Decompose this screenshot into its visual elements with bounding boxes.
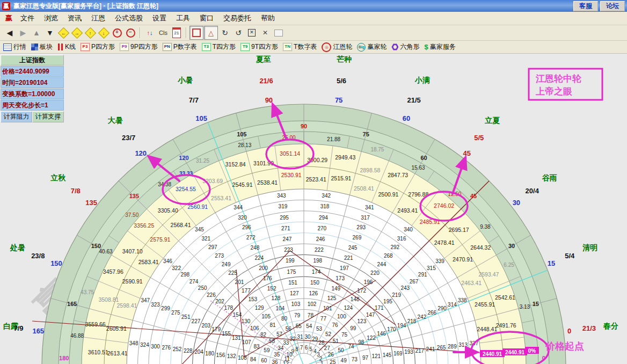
- page-up-icon[interactable]: ▲: [30, 26, 43, 39]
- svg-text:2440.91: 2440.91: [505, 350, 525, 355]
- titlebar-button-service[interactable]: 客服: [573, 1, 598, 11]
- menu-设置[interactable]: 设置: [148, 12, 171, 24]
- svg-text:268: 268: [384, 253, 393, 259]
- tool-行情[interactable]: 行情: [3, 42, 26, 52]
- svg-text:294: 294: [319, 215, 328, 221]
- menu-帮助[interactable]: 帮助: [256, 12, 280, 24]
- svg-text:7/7: 7/7: [189, 96, 199, 104]
- svg-text:246: 246: [316, 236, 325, 242]
- rotate-cw-icon[interactable]: ↻: [218, 26, 231, 39]
- svg-text:290: 290: [438, 305, 447, 311]
- svg-text:121: 121: [371, 353, 381, 359]
- svg-text:32: 32: [290, 336, 296, 342]
- svg-text:49: 49: [341, 358, 347, 363]
- svg-text:2598.41: 2598.41: [116, 302, 137, 309]
- panel-field-0: 价格=2440.9099: [1, 66, 64, 77]
- shift-down-icon[interactable]: ↓: [97, 26, 110, 39]
- shift-right-icon[interactable]: →: [70, 26, 83, 39]
- svg-text:100: 100: [337, 314, 346, 319]
- menu-公式选股[interactable]: 公式选股: [110, 12, 148, 24]
- svg-text:101: 101: [323, 305, 332, 311]
- tool-9T四方形[interactable]: T99T四方形: [240, 42, 278, 52]
- collapse-icon[interactable]: ✕: [259, 26, 272, 39]
- svg-text:2613.41: 2613.41: [107, 350, 128, 356]
- menu-浏览[interactable]: 浏览: [39, 12, 63, 24]
- page-down-icon[interactable]: ▼: [43, 26, 56, 39]
- menu-交易委托[interactable]: 交易委托: [218, 12, 256, 24]
- zoom-out-icon[interactable]: −: [124, 26, 137, 39]
- svg-text:3152.84: 3152.84: [225, 161, 246, 168]
- calc-support-button[interactable]: 计算支撑: [32, 111, 64, 122]
- svg-text:6: 6: [305, 345, 308, 351]
- menu-江恩[interactable]: 江恩: [86, 12, 110, 24]
- tool-T数字表[interactable]: TNT数字表: [283, 42, 317, 52]
- svg-text:313: 313: [458, 342, 468, 348]
- svg-text:98: 98: [358, 339, 364, 345]
- svg-text:90: 90: [265, 96, 273, 104]
- shift-up-icon[interactable]: ↑: [84, 26, 97, 39]
- menu-文件[interactable]: 文件: [16, 12, 39, 24]
- forward-icon[interactable]: ▶: [17, 26, 30, 39]
- tool-P四方形[interactable]: P3P四方形: [81, 42, 115, 52]
- svg-text:200: 200: [259, 265, 268, 271]
- svg-text:27: 27: [324, 345, 331, 351]
- svg-text:169: 169: [393, 351, 403, 356]
- svg-text:135: 135: [85, 199, 97, 207]
- svg-text:295: 295: [280, 215, 289, 221]
- shift-left-icon[interactable]: ←: [57, 26, 70, 39]
- svg-text:316: 316: [397, 236, 406, 242]
- svg-text:194: 194: [397, 323, 406, 329]
- rotate-ccw-icon[interactable]: ↺: [232, 26, 245, 39]
- zoom-in-icon[interactable]: +: [111, 26, 123, 39]
- tool-P数字表[interactable]: PNP数字表: [163, 42, 197, 52]
- sort-updown-icon[interactable]: ↑↓: [143, 26, 156, 39]
- svg-text:大暑: 大暑: [108, 116, 123, 125]
- draw-square-icon[interactable]: [189, 26, 203, 40]
- whiteboard-icon[interactable]: [272, 26, 285, 39]
- tool-T四方形[interactable]: T3T四方形: [202, 42, 236, 52]
- svg-text:156: 156: [216, 352, 225, 358]
- menu-工具[interactable]: 工具: [171, 12, 195, 24]
- svg-text:147: 147: [366, 312, 375, 318]
- svg-text:3508.81: 3508.81: [98, 296, 119, 303]
- svg-text:122: 122: [367, 335, 376, 341]
- svg-text:20/4: 20/4: [526, 187, 539, 195]
- tool-六角形[interactable]: 六角形: [391, 42, 419, 52]
- expand-icon[interactable]: ✕: [245, 26, 258, 39]
- svg-text:79: 79: [294, 312, 301, 318]
- svg-text:249: 249: [222, 261, 231, 267]
- svg-text:135: 135: [129, 193, 139, 199]
- svg-text:149: 149: [332, 286, 341, 292]
- svg-text:29: 29: [312, 336, 318, 342]
- draw-triangle-icon[interactable]: △: [204, 26, 218, 40]
- calendar-icon[interactable]: 21: [170, 26, 183, 39]
- tool-板块[interactable]: 板块: [31, 42, 53, 52]
- svg-text:344: 344: [234, 205, 243, 210]
- svg-text:267: 267: [410, 279, 419, 285]
- tool-江恩轮[interactable]: ◎江恩轮: [322, 42, 352, 52]
- svg-text:150: 150: [91, 243, 101, 249]
- back-icon[interactable]: ◀: [3, 26, 16, 39]
- tool-9P四方形[interactable]: P99P四方形: [120, 42, 158, 52]
- titlebar-button-forum[interactable]: 论坛: [600, 1, 625, 11]
- tool-赢家轮[interactable]: Big赢家轮: [357, 42, 387, 52]
- svg-text:58: 58: [269, 338, 275, 344]
- menu-资讯[interactable]: 资讯: [63, 12, 86, 24]
- svg-text:45: 45: [463, 149, 471, 157]
- menu-窗口[interactable]: 窗口: [195, 12, 218, 24]
- tool-K线[interactable]: K线: [57, 42, 76, 52]
- chart-area: 赢家财富网赢家财富网www.yingjia360.comwww.yingjia3…: [0, 54, 627, 364]
- svg-text:245: 245: [348, 245, 358, 251]
- svg-text:2455.91: 2455.91: [475, 301, 495, 308]
- tool-赢家服务[interactable]: $赢家服务: [424, 42, 455, 52]
- svg-text:73: 73: [352, 356, 358, 362]
- calc-resistance-button[interactable]: 计算阻力: [1, 111, 32, 122]
- svg-text:171: 171: [375, 305, 384, 311]
- svg-text:84: 84: [250, 356, 257, 362]
- svg-text:3356.25: 3356.25: [134, 222, 154, 229]
- badge-P3: P3: [81, 43, 90, 51]
- svg-text:74: 74: [348, 344, 354, 350]
- cls-button[interactable]: Cls: [157, 26, 170, 39]
- svg-text:105: 105: [237, 131, 246, 137]
- svg-text:37.50: 37.50: [125, 212, 138, 218]
